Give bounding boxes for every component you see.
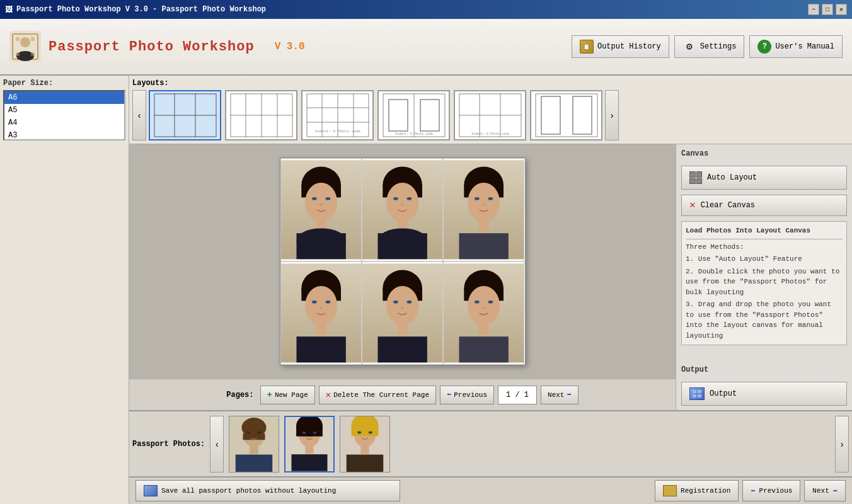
close-button[interactable]: ✕ — [836, 4, 847, 15]
photo-cell-1[interactable] — [280, 158, 362, 261]
history-icon: 📋 — [580, 40, 594, 54]
maximize-button[interactable]: □ — [822, 4, 833, 15]
svg-rect-39 — [535, 93, 598, 137]
output-history-button[interactable]: 📋 Output History — [572, 35, 669, 58]
passport-photos-prev-button[interactable]: ‹ — [210, 416, 224, 472]
settings-button[interactable]: ⚙ Settings — [674, 35, 745, 58]
svg-point-124 — [358, 431, 362, 433]
svg-point-116 — [302, 432, 306, 434]
paper-size-a6[interactable]: A6 — [4, 91, 124, 104]
passport-photos-next-button[interactable]: › — [835, 416, 849, 472]
svg-point-108 — [247, 431, 251, 433]
pp-photo-3[interactable] — [340, 416, 390, 472]
layout-thumb-3[interactable]: Indent: 0 Photo side — [301, 90, 374, 140]
instruction-3: 3. Drag and drop the photo you want to u… — [686, 299, 843, 341]
settings-icon: ⚙ — [682, 40, 696, 54]
titlebar: 🖼 Passport Photo Workshop V 3.0 - Passpo… — [0, 0, 852, 19]
auto-layout-button[interactable]: Auto Layout — [681, 166, 847, 190]
canvas-wrapper — [129, 144, 676, 379]
paper-size-list[interactable]: A6 A5 A4 A3 — [3, 90, 125, 140]
svg-rect-123 — [352, 425, 379, 436]
help-icon: ? — [757, 40, 771, 54]
layouts-next-button[interactable]: › — [605, 90, 619, 140]
bottom-next-arrow-icon: ➡ — [833, 486, 838, 496]
minimize-button[interactable]: − — [808, 4, 819, 15]
registration-icon — [663, 485, 677, 496]
photo-cell-4[interactable] — [280, 261, 362, 365]
paper-size-a4[interactable]: A4 — [4, 117, 124, 129]
pages-label: Pages: — [226, 391, 253, 399]
svg-rect-115 — [296, 425, 323, 436]
svg-point-47 — [305, 183, 337, 222]
layout-thumb-2[interactable] — [225, 90, 297, 140]
svg-rect-101 — [698, 390, 701, 393]
svg-rect-88 — [398, 324, 408, 336]
photo-cell-5[interactable] — [362, 261, 443, 365]
next-page-button[interactable]: Next ➡ — [541, 386, 579, 404]
manual-button[interactable]: ? User's Manual — [749, 35, 843, 58]
svg-point-78 — [325, 301, 330, 304]
paper-size-a3[interactable]: A3 — [4, 129, 124, 140]
left-panel: Paper Size: A6 A5 A4 A3 — [0, 76, 129, 504]
output-section-label: Output — [681, 365, 847, 374]
layouts-prev-button[interactable]: ‹ — [132, 90, 146, 140]
version-label: V 3.0 — [275, 41, 305, 52]
output-button[interactable]: Output — [681, 382, 847, 406]
layouts-area: Layouts: ‹ — [129, 76, 852, 144]
app-title: Passport Photo Workshop — [49, 39, 255, 55]
svg-rect-118 — [306, 446, 314, 453]
svg-rect-98 — [459, 336, 509, 362]
clear-icon: ✕ — [689, 200, 696, 210]
new-page-button[interactable]: + New Page — [260, 386, 315, 404]
app-icon: 🖼 — [5, 5, 13, 14]
titlebar-title: 🖼 Passport Photo Workshop V 3.0 - Passpo… — [5, 5, 266, 14]
layout-thumb-1[interactable] — [149, 90, 221, 140]
svg-rect-102 — [693, 394, 696, 398]
svg-rect-71 — [459, 233, 509, 259]
photo-cell-6[interactable] — [443, 261, 524, 365]
bottom-previous-button[interactable]: ⬅ Previous — [742, 480, 800, 501]
svg-rect-111 — [236, 454, 273, 471]
pp-photo-1[interactable] — [229, 416, 279, 472]
save-all-button[interactable]: Save all passport photos without layouti… — [135, 480, 400, 501]
svg-rect-62 — [377, 233, 427, 259]
svg-rect-6 — [16, 52, 20, 56]
previous-page-button[interactable]: ⬅ Previous — [440, 386, 494, 404]
svg-rect-52 — [296, 233, 345, 259]
photo-cell-2[interactable] — [362, 158, 443, 261]
svg-rect-79 — [316, 324, 326, 336]
svg-rect-5 — [31, 37, 35, 41]
svg-rect-127 — [347, 454, 384, 471]
svg-point-95 — [475, 301, 480, 304]
svg-point-94 — [468, 286, 500, 326]
layout-thumb-4[interactable]: Indent: 0 Photo side — [377, 90, 450, 140]
instructions-title: Three Methods: — [686, 242, 843, 253]
photo-canvas — [280, 158, 526, 365]
bottom-next-button[interactable]: Next ➡ — [804, 480, 846, 501]
svg-rect-7 — [31, 52, 35, 56]
bottom-toolbar: Save all passport photos without layouti… — [129, 476, 852, 504]
clear-canvas-button[interactable]: ✕ Clear Canvas — [681, 195, 847, 216]
svg-rect-119 — [292, 454, 328, 471]
instruction-2: 2. Double click the photo you want to us… — [686, 266, 843, 298]
save-icon — [144, 485, 158, 496]
layouts-label: Layouts: — [132, 79, 849, 88]
delete-page-button[interactable]: ✕ Delete The Current Page — [319, 386, 436, 404]
svg-point-49 — [325, 197, 330, 200]
prev-arrow-icon: ⬅ — [447, 390, 451, 399]
registration-button[interactable]: Registration — [655, 480, 739, 501]
photo-cell-3[interactable] — [443, 158, 524, 261]
svg-point-125 — [369, 431, 372, 433]
layout-thumb-6[interactable] — [530, 90, 602, 140]
pages-bar: Pages: + New Page ✕ Delete The Current P… — [129, 379, 676, 410]
svg-point-2 — [20, 37, 30, 47]
svg-rect-80 — [296, 336, 345, 362]
pp-photo-2[interactable] — [284, 416, 335, 472]
svg-rect-97 — [479, 324, 489, 336]
right-panel: Canvas Auto Layout ✕ Clear Canvas — [676, 144, 852, 410]
titlebar-controls: − □ ✕ — [808, 4, 847, 15]
paper-size-a5[interactable]: A5 — [4, 104, 124, 117]
svg-point-109 — [258, 431, 262, 433]
layout-thumb-5[interactable]: Indent: 0 Photo side — [454, 90, 526, 140]
plus-icon: + — [267, 390, 272, 400]
